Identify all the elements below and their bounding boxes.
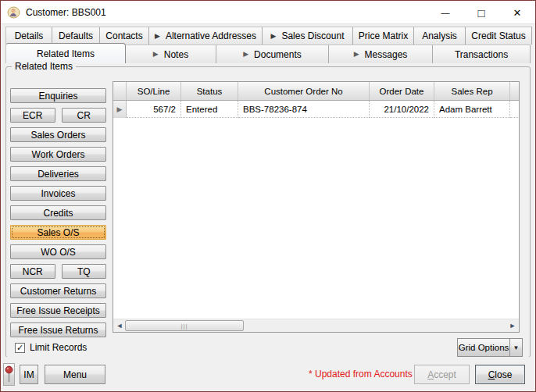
ncr-button[interactable]: NCR xyxy=(10,264,55,279)
window-title: Customer: BBS001 xyxy=(26,7,106,18)
primary-tab-bar: Details Defaults Contacts ▶Alternative A… xyxy=(5,27,532,45)
accept-button[interactable]: Accept xyxy=(414,365,470,384)
work-orders-button[interactable]: Work Orders xyxy=(10,147,106,162)
scroll-right-button[interactable]: ► xyxy=(507,319,518,332)
cell-sales-rep: Adam Barrett xyxy=(434,101,510,118)
tab-label: Sales Discount xyxy=(281,30,344,41)
close-window-button[interactable]: ✕ xyxy=(499,1,535,24)
button-label: Menu xyxy=(63,369,87,380)
cr-button[interactable]: CR xyxy=(62,108,107,123)
tab-documents[interactable]: ▶Documents xyxy=(216,45,329,63)
button-label: Credits xyxy=(43,208,73,219)
tab-label: Related Items xyxy=(37,48,95,59)
tab-label: Details xyxy=(15,30,44,41)
button-label: Work Orders xyxy=(32,149,85,160)
tab-arrow-icon: ▶ xyxy=(354,51,359,58)
pin-button[interactable] xyxy=(3,363,15,386)
close-icon: ✕ xyxy=(513,7,522,19)
secondary-tab-bar: Related Items ▶Notes ▶Documents ▶Message… xyxy=(5,45,531,63)
footer-bar: IM Menu * Updated from Accounts Accept C… xyxy=(1,357,535,391)
enquiries-button[interactable]: Enquiries xyxy=(10,88,106,103)
minimize-button[interactable]: — xyxy=(427,1,463,24)
tab-notes[interactable]: ▶Notes xyxy=(126,45,216,63)
tab-credit-status[interactable]: Credit Status xyxy=(466,27,532,45)
cell-order-date: 21/10/2022 xyxy=(370,101,434,118)
column-label: Status xyxy=(197,87,223,96)
maximize-button[interactable]: □ xyxy=(463,1,499,24)
button-label: Deliveries xyxy=(38,169,79,180)
button-label: Sales Orders xyxy=(30,130,85,141)
invoices-button[interactable]: Invoices xyxy=(10,186,106,201)
column-header-so-line[interactable]: SO/Line xyxy=(127,82,181,100)
tab-label: Messages xyxy=(365,49,408,60)
tab-label: Credit Status xyxy=(471,30,525,41)
close-button[interactable]: Close xyxy=(475,365,525,384)
cell-partial xyxy=(510,101,520,118)
tab-label: Transactions xyxy=(455,49,508,60)
tab-analysis[interactable]: Analysis xyxy=(414,27,466,45)
column-label: Sales Rep xyxy=(451,87,492,96)
tab-arrow-icon: ▶ xyxy=(243,51,248,58)
grid-options-dropdown-button[interactable]: ▼ xyxy=(509,338,523,357)
column-header-status[interactable]: Status xyxy=(181,82,238,100)
deliveries-button[interactable]: Deliveries xyxy=(10,166,106,181)
tab-sales-discount[interactable]: ▶Sales Discount xyxy=(263,27,353,45)
tab-messages[interactable]: ▶Messages xyxy=(329,45,433,63)
tab-defaults[interactable]: Defaults xyxy=(52,27,100,45)
column-header-customer-order-no[interactable]: Customer Order No xyxy=(238,82,370,100)
tab-price-matrix[interactable]: Price Matrix xyxy=(353,27,414,45)
pin-icon xyxy=(5,365,13,383)
im-button[interactable]: IM xyxy=(20,365,38,384)
horizontal-scrollbar[interactable]: ◄ ||| ► xyxy=(113,319,519,332)
scrollbar-thumb[interactable]: ||| xyxy=(125,320,244,331)
sales-orders-button[interactable]: Sales Orders xyxy=(10,127,106,142)
column-header-order-date[interactable]: Order Date xyxy=(370,82,434,100)
ecr-button[interactable]: ECR xyxy=(10,108,55,123)
dropdown-icon: ▼ xyxy=(513,344,520,351)
column-header-sales-rep[interactable]: Sales Rep xyxy=(434,82,510,100)
free-issue-receipts-button[interactable]: Free Issue Receipts xyxy=(10,303,106,318)
related-items-grid: SO/Line Status Customer Order No Order D… xyxy=(113,81,520,333)
window-controls: — □ ✕ xyxy=(427,1,535,24)
scroll-left-button[interactable]: ◄ xyxy=(114,319,125,332)
tab-label: Contacts xyxy=(105,30,142,41)
wo-os-button[interactable]: WO O/S xyxy=(10,244,106,259)
tab-details[interactable]: Details xyxy=(5,27,52,45)
column-label: Order Date xyxy=(380,87,424,96)
button-label: Sales O/S xyxy=(37,227,79,238)
tab-contacts[interactable]: Contacts xyxy=(100,27,149,45)
tq-button[interactable]: TQ xyxy=(62,264,107,279)
button-label: ECR xyxy=(23,110,42,121)
sales-os-button[interactable]: Sales O/S xyxy=(10,225,106,240)
tab-transactions[interactable]: Transactions xyxy=(433,45,531,63)
column-header-partial[interactable]: R xyxy=(510,82,520,100)
tab-alternative-addresses[interactable]: ▶Alternative Addresses xyxy=(149,27,263,45)
app-icon xyxy=(7,5,20,19)
limit-records-checkbox[interactable]: ✓ xyxy=(15,343,25,353)
row-selector-cell[interactable]: ▶ xyxy=(113,101,127,118)
limit-records-label: Limit Records xyxy=(30,342,87,353)
button-label: IM xyxy=(23,369,34,380)
button-label: Free Issue Receipts xyxy=(16,305,100,316)
maximize-icon: □ xyxy=(477,6,484,20)
check-icon: ✓ xyxy=(16,344,23,352)
column-label: Customer Order No xyxy=(264,87,342,96)
button-label-key: A xyxy=(427,369,434,380)
free-issue-returns-button[interactable]: Free Issue Returns xyxy=(10,323,106,337)
tab-label: Defaults xyxy=(59,30,93,41)
customer-returns-button[interactable]: Customer Returns xyxy=(10,283,106,298)
minimize-icon: — xyxy=(441,8,450,17)
grid-options-splitbutton: Grid Options ▼ xyxy=(457,338,523,357)
credits-button[interactable]: Credits xyxy=(10,205,106,220)
button-label: NCR xyxy=(23,266,43,277)
grid-header: SO/Line Status Customer Order No Order D… xyxy=(113,82,519,101)
grid-row[interactable]: ▶ 567/2 Entered BBS-78236-874 21/10/2022… xyxy=(113,101,519,118)
thumb-grip-icon: ||| xyxy=(180,323,188,330)
tab-label: Documents xyxy=(254,49,302,60)
button-label: ccept xyxy=(434,369,456,380)
grid-options-button[interactable]: Grid Options xyxy=(457,338,510,357)
menu-button[interactable]: Menu xyxy=(45,365,105,384)
button-label: WO O/S xyxy=(41,247,76,258)
button-label: Free Issue Returns xyxy=(18,325,98,336)
column-label: SO/Line xyxy=(138,87,170,96)
